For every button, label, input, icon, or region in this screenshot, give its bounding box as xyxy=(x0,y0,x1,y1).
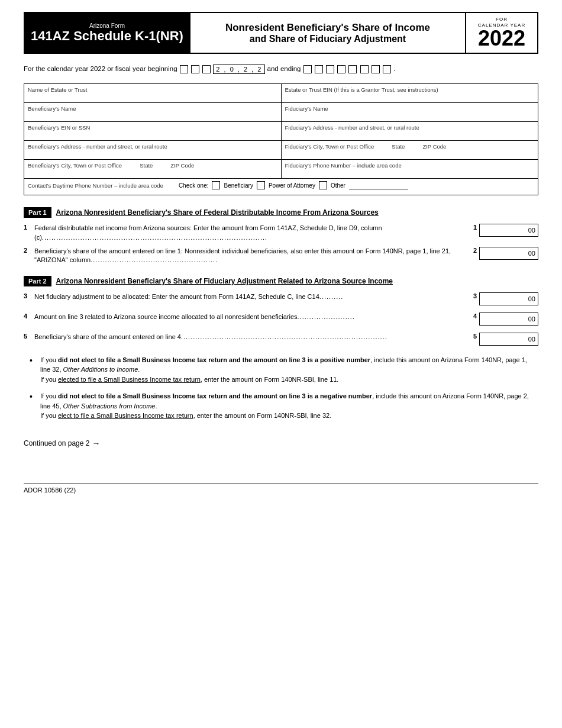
power-of-attorney-label: Power of Attorney xyxy=(269,182,315,189)
name-of-estate-input[interactable] xyxy=(28,93,277,100)
header-title-block: Nonresident Beneficiary's Share of Incom… xyxy=(189,13,466,53)
fiduciary-phone-cell: Fiduciary's Phone Number – include area … xyxy=(281,160,538,179)
fiduciary-phone-label: Fiduciary's Phone Number – include area … xyxy=(285,162,535,169)
fiduciary-address-input[interactable] xyxy=(285,131,535,138)
beneficiary-name-input[interactable] xyxy=(28,112,277,119)
beneficiary-city-input[interactable] xyxy=(28,169,277,176)
beneficiary-address-input[interactable] xyxy=(28,150,277,157)
line1-amount: 00 xyxy=(528,227,535,234)
beneficiary-address-label: Beneficiary's Address - number and stree… xyxy=(28,143,277,150)
line5-item: 5 Beneficiary's share of the amount ente… xyxy=(24,333,538,346)
end-date-box1[interactable] xyxy=(303,65,312,73)
fiduciary-address-cell: Fiduciary's Address - number and street,… xyxy=(281,122,538,141)
bullet1-italic1: Other Additions to Income xyxy=(63,366,138,373)
fiduciary-city-row: Fiduciary's City, Town or Post Office St… xyxy=(285,143,535,150)
line2-text: Beneficiary's share of the amount entere… xyxy=(34,247,467,265)
line2-num: 2 xyxy=(24,247,34,254)
start-date-box1[interactable] xyxy=(180,65,188,73)
continued-text: Continued on page 2 xyxy=(24,439,89,447)
beneficiary-state-label: State xyxy=(140,162,153,169)
end-date-box3[interactable] xyxy=(326,65,334,73)
start-date-box3[interactable] xyxy=(202,65,211,73)
beneficiary-ein-label: Beneficiary's EIN or SSN xyxy=(28,124,277,131)
calendar-year-text-middle: and ending xyxy=(267,65,301,72)
line4-text-content: Amount on line 3 related to Arizona sour… xyxy=(34,313,298,320)
start-date-box2[interactable] xyxy=(191,65,199,73)
fiduciary-city-input[interactable] xyxy=(285,150,535,157)
part1-header: Part 1 Arizona Nonresident Beneficiary's… xyxy=(24,207,538,218)
line3-ref: 3 xyxy=(467,292,479,299)
bullet2-italic1: Other Subtractions from Income xyxy=(63,402,156,410)
end-date-box2[interactable] xyxy=(315,65,323,73)
row-city-phone: Beneficiary's City, Town or Post Office … xyxy=(24,160,538,179)
line1-num: 1 xyxy=(24,224,34,231)
row-beneficiary-fiduciary-name: Beneficiary's Name Fiduciary's Name xyxy=(24,103,538,122)
beneficiary-name-label: Beneficiary's Name xyxy=(28,105,277,112)
other-field[interactable] xyxy=(349,181,408,189)
row-addresses: Beneficiary's Address - number and stree… xyxy=(24,141,538,160)
end-date-box6[interactable] xyxy=(360,65,369,73)
line5-ref: 5 xyxy=(467,333,479,340)
beneficiary-zip-label: ZIP Code xyxy=(170,162,194,169)
footer: ADOR 10586 (22) xyxy=(24,484,538,494)
part2-title: Arizona Nonresident Beneficiary's Share … xyxy=(56,277,393,285)
other-checkbox[interactable] xyxy=(319,181,327,189)
part2-header: Part 2 Arizona Nonresident Beneficiary's… xyxy=(24,276,538,286)
header-year-block: FORCALENDAR YEAR 2022 xyxy=(466,13,537,53)
line1-amount-box[interactable]: 00 xyxy=(479,224,538,237)
fiduciary-name-input[interactable] xyxy=(285,112,535,119)
beneficiary-ein-input[interactable] xyxy=(28,131,277,138)
line4-item: 4 Amount on line 3 related to Arizona so… xyxy=(24,313,538,326)
end-date-box5[interactable] xyxy=(348,65,357,73)
power-of-attorney-checkbox[interactable] xyxy=(257,181,265,189)
name-of-estate-cell: Name of Estate or Trust xyxy=(24,84,282,103)
line5-amount-box[interactable]: 00 xyxy=(479,333,538,346)
line4-num: 4 xyxy=(24,313,34,320)
contact-check-cell: Contact's Daytime Phone Number – include… xyxy=(24,179,538,195)
line1-text: Federal distributable net income from Ar… xyxy=(34,224,467,242)
contact-check-row: Contact's Daytime Phone Number – include… xyxy=(28,181,534,189)
beneficiary-name-cell: Beneficiary's Name xyxy=(24,103,282,122)
fiduciary-city-label: Fiduciary's City, Town or Post Office xyxy=(285,143,374,150)
bullet2-text: If you did not elect to file a Small Bus… xyxy=(40,391,538,421)
name-of-estate-label: Name of Estate or Trust xyxy=(28,86,277,93)
row-contact-check: Contact's Daytime Phone Number – include… xyxy=(24,179,538,195)
fiduciary-address-label: Fiduciary's Address - number and street,… xyxy=(285,124,535,131)
contact-phone-label: Contact's Daytime Phone Number – include… xyxy=(28,182,163,189)
line4-amount-box[interactable]: 00 xyxy=(479,313,538,326)
beneficiary-city-cell: Beneficiary's City, Town or Post Office … xyxy=(24,160,282,179)
line4-amount: 00 xyxy=(528,315,535,323)
estate-ein-label: Estate or Trust EIN (If this is a Granto… xyxy=(285,86,535,93)
bullet2-bold1: did not elect to file a Small Business I… xyxy=(58,392,372,400)
estate-ein-input[interactable] xyxy=(285,93,535,100)
line3-amount: 00 xyxy=(528,295,535,302)
line3-dots: .......... xyxy=(319,293,344,300)
bullet2-underline1: elect to file a Small Business Income ta… xyxy=(58,412,193,419)
form-header: Arizona Form 141AZ Schedule K-1(NR) Nonr… xyxy=(24,12,538,54)
bullet1-underline1: elected to file a Small Business Income … xyxy=(58,376,202,383)
fiduciary-name-label: Fiduciary's Name xyxy=(285,105,535,112)
calendar-year-line: For the calendar year 2022 or fiscal yea… xyxy=(24,65,538,74)
line1-ref: 1 xyxy=(467,224,479,231)
fiduciary-name-cell: Fiduciary's Name xyxy=(281,103,538,122)
calendar-year-text-before: For the calendar year 2022 or fiscal yea… xyxy=(24,65,177,72)
bullet-section: • If you did not elect to file a Small B… xyxy=(30,355,538,421)
line2-amount-box[interactable]: 00 xyxy=(479,247,538,260)
bullet2-dot: • xyxy=(30,391,40,402)
beneficiary-ein-cell: Beneficiary's EIN or SSN xyxy=(24,122,282,141)
end-date-box4[interactable] xyxy=(337,65,345,73)
footer-label: ADOR 10586 (22) xyxy=(24,487,76,494)
line4-dots: ........................ xyxy=(298,313,355,320)
part2-badge: Part 2 xyxy=(24,276,51,286)
bullet1-dot: • xyxy=(30,355,40,366)
check-one-label: Check one: xyxy=(179,182,209,189)
row-ein-address: Beneficiary's EIN or SSN Fiduciary's Add… xyxy=(24,122,538,141)
beneficiary-checkbox[interactable] xyxy=(212,181,220,189)
end-date-box8[interactable] xyxy=(383,65,391,73)
continued-arrow: → xyxy=(92,439,100,448)
line3-amount-box[interactable]: 00 xyxy=(479,292,538,305)
part1-title: Arizona Nonresident Beneficiary's Share … xyxy=(56,208,379,217)
end-date-box7[interactable] xyxy=(372,65,380,73)
fiduciary-phone-input[interactable] xyxy=(285,169,535,176)
line1-item: 1 Federal distributable net income from … xyxy=(24,224,538,242)
